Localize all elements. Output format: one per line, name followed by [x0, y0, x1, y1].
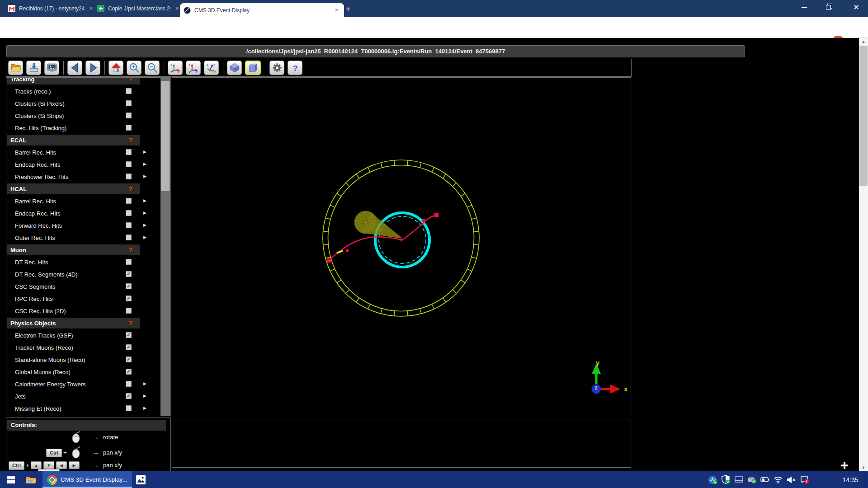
section-help-icon[interactable]: ?	[128, 77, 132, 83]
volume-muted-tray-icon[interactable]	[785, 471, 798, 488]
tree-item[interactable]: Barrel Rec. Hits▶	[7, 146, 160, 159]
tree-item[interactable]: Clusters (Si Strips)	[7, 110, 160, 122]
expand-arrow-icon[interactable]: ▶	[143, 381, 146, 386]
action-center-tray-icon[interactable]	[798, 471, 811, 488]
previous-event-button[interactable]	[67, 61, 82, 75]
view-yz-button[interactable]: yxz	[204, 61, 219, 75]
zoom-in-button[interactable]	[127, 61, 142, 75]
tree-item-checkbox[interactable]	[126, 405, 132, 411]
expand-arrow-icon[interactable]: ▶	[143, 150, 146, 154]
tree-item[interactable]: Electron Tracks (GSF)✓	[7, 329, 160, 342]
tab-close-icon[interactable]: ×	[333, 6, 340, 14]
tree-item-checkbox[interactable]	[126, 381, 132, 387]
tree-item-checkbox[interactable]	[126, 210, 132, 216]
defender-shield-tray-icon[interactable]	[719, 471, 732, 488]
tree-item-checkbox[interactable]: ✓	[126, 344, 132, 350]
tree-item[interactable]: Stand-alone Muons (Reco)✓	[7, 354, 160, 366]
page-scrollbar-thumb[interactable]	[859, 46, 868, 186]
tree-item-checkbox[interactable]	[126, 149, 132, 155]
new-tab-button[interactable]: +	[343, 4, 354, 15]
window-minimize-button[interactable]	[794, 0, 815, 14]
browser-tab-1[interactable]: Recibidos (17) - setysety2424@g×	[5, 0, 99, 17]
tree-item[interactable]: CSC Rec. Hits (2D)	[7, 305, 160, 317]
perspective-view-button[interactable]	[227, 61, 242, 75]
tree-item-checkbox[interactable]	[126, 308, 132, 314]
section-help-icon[interactable]: ?	[128, 246, 132, 253]
section-help-icon[interactable]: ?	[128, 185, 132, 192]
zoom-out-button[interactable]	[145, 61, 160, 75]
device-ok-tray-icon[interactable]	[745, 471, 759, 488]
tree-item-checkbox[interactable]: ✓	[126, 283, 132, 289]
tree-item[interactable]: Missing Et (Reco)▶	[7, 403, 160, 415]
tree-item-checkbox[interactable]: ✓	[126, 296, 132, 301]
taskbar-app-chrome[interactable]: CMS 3D Event Display...	[42, 471, 132, 488]
tree-item-checkbox[interactable]	[126, 174, 132, 179]
event-display-canvas[interactable]: yxz	[172, 77, 631, 416]
start-button[interactable]	[0, 471, 22, 488]
orthographic-view-button[interactable]	[245, 61, 261, 75]
view-xy-button[interactable]: yxz	[168, 61, 183, 75]
expand-arrow-icon[interactable]: ▶	[143, 394, 146, 398]
tree-item[interactable]: Preshower Rec. Hits▶	[7, 171, 160, 183]
section-help-icon[interactable]: ?	[128, 319, 132, 327]
tree-item[interactable]: CSC Segments✓	[7, 281, 160, 293]
file-explorer-button[interactable]	[22, 471, 40, 488]
tree-item-checkbox[interactable]	[126, 88, 132, 94]
taskbar-clock[interactable]: 14:35	[837, 471, 863, 488]
settings-button[interactable]	[269, 61, 284, 75]
tree-item[interactable]: DT Rec. Segments (4D)✓	[7, 268, 160, 281]
tree-item-checkbox[interactable]	[126, 161, 132, 167]
tree-scrollbar-thumb[interactable]	[161, 81, 170, 191]
tree-item[interactable]: RPC Rec. Hits✓	[7, 293, 160, 305]
help-button[interactable]: ?	[288, 61, 302, 75]
tree-item[interactable]: Barrel Rec. Hits▶	[7, 195, 160, 207]
expand-arrow-icon[interactable]: ▶	[143, 162, 146, 166]
tree-item[interactable]: Tracker Muons (Reco)✓	[7, 342, 160, 354]
tree-item[interactable]: DT Rec. Hits	[7, 256, 160, 268]
page-scrollbar[interactable]: ▲ ▼	[859, 38, 868, 471]
tree-item[interactable]: Global Muons (Reco)✓	[7, 366, 160, 378]
expand-arrow-icon[interactable]: ▶	[143, 174, 146, 178]
import-event-button[interactable]	[26, 61, 41, 75]
window-close-button[interactable]: ✕	[844, 0, 868, 14]
tree-item-checkbox[interactable]	[126, 198, 132, 204]
tree-item[interactable]: Endcap Rec. Hits▶	[7, 159, 160, 171]
scroll-up-icon[interactable]: ▲	[859, 38, 868, 45]
tree-item[interactable]: Forward Rec. Hits▶	[7, 220, 160, 232]
tree-item-checkbox[interactable]	[126, 222, 132, 228]
next-event-button[interactable]	[85, 61, 100, 75]
expand-arrow-icon[interactable]: ▶	[143, 198, 146, 203]
view-xz-button[interactable]: xyz	[186, 61, 201, 75]
tree-item-checkbox[interactable]: ✓	[126, 357, 132, 362]
tree-item-checkbox[interactable]	[126, 113, 132, 118]
window-restore-button[interactable]	[818, 0, 839, 14]
tree-item[interactable]: Jets✓▶	[7, 390, 160, 403]
section-help-icon[interactable]: ?	[128, 136, 132, 144]
touchpad-tray-icon[interactable]	[732, 471, 745, 488]
tree-item[interactable]: Rec. Hits (Tracking)	[7, 122, 160, 134]
battery-tray-icon[interactable]	[759, 471, 772, 488]
tree-item[interactable]: Tracks (reco.)	[7, 85, 160, 98]
tree-item[interactable]: Clusters (Si Pixels)	[7, 98, 160, 110]
tree-item[interactable]: Endcap Rec. Hits▶	[7, 207, 160, 220]
tree-item-checkbox[interactable]	[126, 125, 132, 131]
tree-item[interactable]: Calorimeter Energy Towers▶	[7, 378, 160, 390]
tree-item-checkbox[interactable]: ✓	[126, 369, 132, 375]
expand-arrow-icon[interactable]: ▶	[143, 406, 146, 410]
tree-item-checkbox[interactable]: ✓	[126, 332, 132, 338]
tree-item-checkbox[interactable]	[126, 259, 132, 265]
photos-app-button[interactable]	[132, 471, 150, 488]
home-view-button[interactable]	[108, 61, 123, 75]
open-file-button[interactable]	[8, 61, 23, 75]
screenshot-button[interactable]	[44, 61, 59, 75]
tree-item-checkbox[interactable]: ✓	[126, 271, 132, 277]
tree-scrollbar[interactable]	[160, 78, 170, 416]
tree-item[interactable]: Outer Rec. Hits▶	[7, 232, 160, 244]
tree-item-checkbox[interactable]: ✓	[126, 393, 132, 399]
browser-tab-3[interactable]: CMS 3D Event Display×	[180, 3, 344, 17]
tree-item-checkbox[interactable]	[126, 235, 132, 240]
browser-tab-2[interactable]: Copie J/psi Masterclass 2020 - H×	[94, 0, 184, 17]
expand-arrow-icon[interactable]: ▶	[143, 211, 146, 215]
network-activity-tray-icon[interactable]	[706, 471, 719, 488]
tree-item-checkbox[interactable]	[126, 100, 132, 106]
